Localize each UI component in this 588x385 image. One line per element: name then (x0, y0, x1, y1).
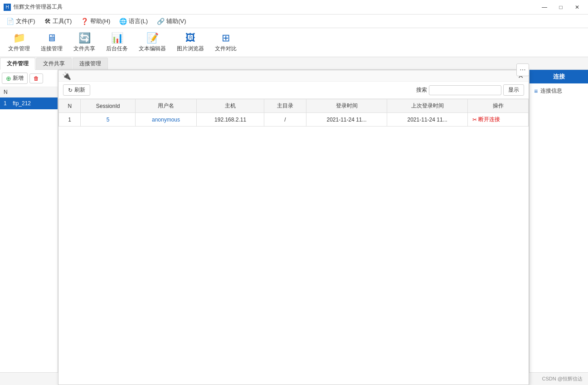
tool-text-editor-label: 文本编辑器 (139, 45, 166, 53)
cell-username: anonymous (135, 113, 197, 127)
app-icon: H (4, 4, 11, 11)
scissors-icon: ✂ (472, 117, 477, 123)
session-table: N SessionId 用户名 主机 主目录 登录时间 上次登录时间 操作 1 … (58, 99, 529, 127)
text-editor-icon: 📝 (146, 32, 159, 44)
disconnect-button[interactable]: ✂ 断开连接 (472, 116, 500, 123)
right-sidebar-item-connection-info[interactable]: ≡ 连接信息 (530, 83, 588, 98)
image-viewer-icon: 🖼 (185, 32, 195, 44)
col-header-homedir: 主目录 (264, 99, 306, 113)
delete-button[interactable]: 🗑 (29, 73, 43, 83)
tool-file-manager[interactable]: 📁 文件管理 (4, 30, 34, 54)
tool-file-share-label: 文件共享 (73, 45, 95, 53)
cell-logintime: 2021-11-24 11... (306, 113, 387, 127)
refresh-icon: ↻ (68, 87, 73, 93)
minimize-button[interactable]: — (537, 0, 552, 15)
menu-help-label: 帮助(H) (90, 17, 110, 25)
file-share-icon: 🔄 (78, 32, 91, 44)
left-sidebar: ⊕ 新增 🗑 N 1 ftp_212 (0, 70, 58, 385)
menu-bar: 📄 文件(F) 🛠 工具(T) ❓ 帮助(H) 🌐 语言(L) 🔗 辅助(V) (0, 15, 588, 28)
app-title: 恒辉文件管理器工具 (14, 3, 63, 11)
menu-language[interactable]: 🌐 语言(L) (115, 15, 152, 27)
search-area: 搜索 显示 (416, 84, 524, 96)
menu-tools-label: 工具(T) (53, 17, 72, 25)
new-button-label: 新增 (13, 74, 24, 82)
panel-icon-area: 🔌 ✕ (58, 70, 529, 82)
display-label: 显示 (508, 87, 519, 93)
tool-background-task[interactable]: 📊 后台任务 (102, 30, 132, 54)
tool-file-share[interactable]: 🔄 文件共享 (69, 30, 100, 54)
refresh-button[interactable]: ↻ 刷新 (63, 84, 90, 96)
tool-connection-manager[interactable]: 🖥 连接管理 (36, 30, 67, 54)
tool-file-compare-label: 文件对比 (215, 45, 237, 53)
window-controls: — □ ✕ (537, 0, 584, 15)
table-container: N SessionId 用户名 主机 主目录 登录时间 上次登录时间 操作 1 … (58, 99, 529, 385)
language-menu-icon: 🌐 (119, 18, 127, 25)
tab-file-manager-label: 文件管理 (7, 60, 29, 67)
sidebar-item-ftp[interactable]: 1 ftp_212 (0, 97, 58, 109)
menu-language-label: 语言(L) (129, 17, 148, 25)
connection-manager-icon: 🖥 (47, 32, 57, 44)
username-link[interactable]: anonymous (152, 117, 180, 123)
tab-file-share-label: 文件共享 (43, 60, 65, 67)
delete-icon: 🗑 (34, 75, 39, 82)
tab-connection-manager[interactable]: 连接管理 (73, 58, 108, 69)
search-input[interactable] (429, 85, 501, 95)
tab-file-manager[interactable]: 文件管理 (0, 58, 35, 70)
more-button[interactable]: ··· (516, 63, 529, 76)
background-task-icon: 📊 (111, 32, 123, 44)
assist-menu-icon: 🔗 (157, 18, 165, 25)
tool-image-viewer-label: 图片浏览器 (177, 45, 204, 53)
disconnect-label: 断开连接 (478, 116, 500, 123)
close-button[interactable]: ✕ (570, 0, 584, 15)
display-button[interactable]: 显示 (503, 84, 524, 96)
sidebar-item-num: 1 (4, 100, 13, 107)
right-sidebar-header: 连接 (530, 70, 588, 83)
menu-assist[interactable]: 🔗 辅助(V) (152, 15, 190, 27)
table-row: 1 5 anonymous 192.168.2.11 / 2021-11-24 … (59, 113, 529, 127)
col-header-lastlogintime: 上次登录时间 (387, 99, 468, 113)
footer-text: CSDN @恒辉信达 (542, 375, 583, 382)
refresh-label: 刷新 (74, 86, 85, 94)
col-header-host: 主机 (197, 99, 264, 113)
col-header-action: 操作 (468, 99, 529, 113)
cell-action: ✂ 断开连接 (468, 113, 529, 127)
tool-file-compare[interactable]: ⊞ 文件对比 (210, 30, 241, 54)
table-header: N SessionId 用户名 主机 主目录 登录时间 上次登录时间 操作 (59, 99, 529, 113)
file-compare-icon: ⊞ (222, 32, 230, 44)
sidebar-item-name: ftp_212 (13, 100, 31, 107)
connection-info-label: 连接信息 (540, 87, 562, 95)
cell-homedir: / (264, 113, 306, 127)
col-header-logintime: 登录时间 (306, 99, 387, 113)
panel-icon: 🔌 (62, 72, 71, 80)
new-button[interactable]: ⊕ 新增 (2, 73, 28, 84)
menu-file[interactable]: 📄 文件(F) (2, 15, 40, 27)
cell-host: 192.168.2.11 (197, 113, 264, 127)
tool-background-task-label: 后台任务 (106, 45, 128, 53)
tab-connection-manager-label: 连接管理 (79, 60, 101, 67)
tab-file-share[interactable]: 文件共享 (36, 58, 72, 69)
right-sidebar: 连接 ≡ 连接信息 (529, 70, 588, 385)
tab-bar: 文件管理 文件共享 连接管理 (0, 57, 588, 70)
file-menu-icon: 📄 (6, 18, 14, 25)
table-body: 1 5 anonymous 192.168.2.11 / 2021-11-24 … (59, 113, 529, 127)
main-layout: ⊕ 新增 🗑 N 1 ftp_212 🔌 ✕ (0, 70, 588, 385)
sidebar-toolbar: ⊕ 新增 🗑 (0, 70, 58, 87)
tool-file-manager-label: 文件管理 (8, 45, 30, 53)
col-header-username: 用户名 (135, 99, 197, 113)
cell-lastlogintime: 2021-11-24 11... (387, 113, 468, 127)
col-header-sessionid: SessionId (81, 99, 135, 113)
file-manager-icon: 📁 (13, 32, 25, 44)
menu-file-label: 文件(F) (16, 17, 35, 25)
tool-connection-manager-label: 连接管理 (41, 45, 63, 53)
panel-toolbar: ↻ 刷新 搜索 显示 (58, 82, 529, 99)
sidebar-col-header: N (0, 87, 58, 97)
menu-tools[interactable]: 🛠 工具(T) (40, 15, 77, 27)
menu-help[interactable]: ❓ 帮助(H) (76, 15, 115, 27)
maximize-button[interactable]: □ (554, 0, 568, 15)
tool-text-editor[interactable]: 📝 文本编辑器 (134, 30, 170, 54)
help-menu-icon: ❓ (81, 18, 88, 25)
tool-image-viewer[interactable]: 🖼 图片浏览器 (172, 30, 209, 54)
cell-sessionid: 5 (81, 113, 135, 127)
toolbar: 📁 文件管理 🖥 连接管理 🔄 文件共享 📊 后台任务 📝 文本编辑器 🖼 图片… (0, 28, 588, 57)
menu-assist-label: 辅助(V) (166, 17, 186, 25)
